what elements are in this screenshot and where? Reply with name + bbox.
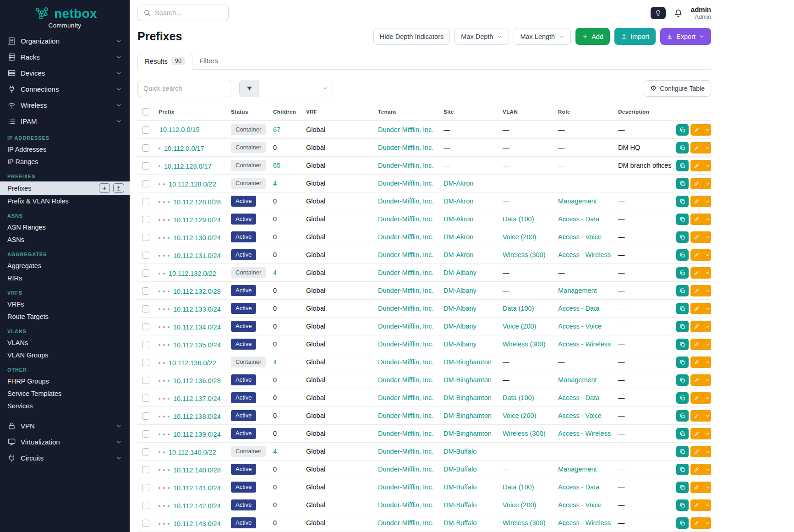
copy-button[interactable] bbox=[676, 482, 689, 493]
prefix-link[interactable]: 10.112.132.0/22 bbox=[169, 270, 216, 277]
site-link[interactable]: DM-Albany bbox=[444, 287, 476, 294]
edit-button[interactable] bbox=[690, 160, 703, 171]
edit-button[interactable] bbox=[690, 178, 703, 189]
prefix-link[interactable]: 10.112.129.0/24 bbox=[173, 216, 221, 224]
edit-button[interactable] bbox=[690, 428, 703, 439]
role-link[interactable]: Management bbox=[558, 466, 597, 473]
vlan-link[interactable]: Voice (200) bbox=[503, 233, 536, 241]
row-checkbox[interactable] bbox=[142, 305, 149, 313]
site-link[interactable]: DM-Buffalo bbox=[444, 483, 476, 491]
row-checkbox[interactable] bbox=[142, 144, 149, 152]
role-link[interactable]: Access - Voice bbox=[558, 412, 602, 419]
site-link[interactable]: DM-Binghamton bbox=[444, 376, 492, 384]
prefix-link[interactable]: 10.112.139.0/24 bbox=[173, 431, 221, 438]
sidebar-item-prefixes[interactable]: Prefixes bbox=[0, 181, 130, 195]
column-header-status[interactable]: Status bbox=[226, 104, 268, 121]
edit-dropdown-button[interactable] bbox=[703, 428, 711, 439]
row-checkbox[interactable] bbox=[142, 180, 149, 187]
sidebar-item-racks[interactable]: Racks bbox=[0, 49, 130, 65]
tenant-link[interactable]: Dunder-Mifflin, Inc. bbox=[378, 323, 433, 330]
tenant-link[interactable]: Dunder-Mifflin, Inc. bbox=[378, 233, 433, 241]
edit-button[interactable] bbox=[690, 392, 703, 404]
role-link[interactable]: Management bbox=[558, 197, 597, 205]
column-header-vlan[interactable]: VLAN bbox=[498, 104, 553, 121]
column-header-site[interactable]: Site bbox=[439, 104, 498, 121]
children-link[interactable]: 4 bbox=[273, 358, 277, 366]
edit-dropdown-button[interactable] bbox=[703, 499, 711, 511]
row-checkbox[interactable] bbox=[142, 448, 149, 455]
copy-button[interactable] bbox=[676, 142, 689, 154]
tenant-link[interactable]: Dunder-Mifflin, Inc. bbox=[378, 394, 433, 401]
tenant-link[interactable]: Dunder-Mifflin, Inc. bbox=[378, 483, 433, 491]
tenant-link[interactable]: Dunder-Mifflin, Inc. bbox=[378, 305, 433, 312]
copy-button[interactable] bbox=[676, 517, 689, 529]
prefix-link[interactable]: 10.112.0.0/17 bbox=[164, 145, 204, 152]
edit-dropdown-button[interactable] bbox=[703, 214, 711, 225]
hide-depth-indicators-button[interactable]: Hide Depth Indicators bbox=[373, 28, 450, 45]
export-dropdown-button[interactable]: Export bbox=[660, 28, 711, 45]
edit-button[interactable] bbox=[690, 464, 703, 475]
edit-button[interactable] bbox=[690, 356, 703, 368]
row-checkbox[interactable] bbox=[142, 359, 149, 366]
copy-button[interactable] bbox=[676, 464, 689, 475]
prefix-link[interactable]: 10.112.132.0/28 bbox=[173, 288, 221, 295]
edit-button[interactable] bbox=[690, 482, 703, 493]
tenant-link[interactable]: Dunder-Mifflin, Inc. bbox=[378, 126, 433, 133]
role-link[interactable]: Access - Wireless bbox=[558, 340, 611, 348]
column-header-prefix[interactable]: Prefix bbox=[154, 104, 226, 121]
copy-button[interactable] bbox=[676, 374, 689, 386]
row-checkbox[interactable] bbox=[142, 412, 149, 420]
edit-button[interactable] bbox=[690, 321, 703, 332]
prefix-link[interactable]: 10.112.135.0/24 bbox=[173, 341, 221, 349]
tenant-link[interactable]: Dunder-Mifflin, Inc. bbox=[378, 162, 433, 169]
role-link[interactable]: Access - Wireless bbox=[558, 430, 611, 437]
sidebar-item-devices[interactable]: Devices bbox=[0, 65, 130, 81]
edit-button[interactable] bbox=[690, 285, 703, 296]
edit-button[interactable] bbox=[690, 267, 703, 279]
tab-results[interactable]: Results 90 bbox=[137, 53, 192, 70]
children-link[interactable]: 67 bbox=[273, 126, 280, 133]
sidebar-item-ip-addresses[interactable]: IP Addresses bbox=[0, 143, 130, 155]
row-checkbox[interactable] bbox=[142, 341, 149, 348]
edit-dropdown-button[interactable] bbox=[703, 142, 711, 154]
tenant-link[interactable]: Dunder-Mifflin, Inc. bbox=[378, 466, 433, 473]
tenant-link[interactable]: Dunder-Mifflin, Inc. bbox=[378, 430, 433, 437]
site-link[interactable]: DM-Buffalo bbox=[444, 448, 476, 455]
row-checkbox[interactable] bbox=[142, 198, 149, 205]
quick-import-button[interactable] bbox=[113, 183, 124, 193]
row-checkbox[interactable] bbox=[142, 269, 149, 277]
edit-dropdown-button[interactable] bbox=[703, 321, 711, 332]
row-checkbox[interactable] bbox=[142, 126, 149, 134]
edit-button[interactable] bbox=[690, 214, 703, 225]
sidebar-item-fhrp-groups[interactable]: FHRP Groups bbox=[0, 375, 130, 387]
prefix-link[interactable]: 10.112.128.0/28 bbox=[173, 198, 221, 206]
filter-funnel-button[interactable] bbox=[240, 80, 259, 97]
configure-table-button[interactable]: ⚙ Configure Table bbox=[644, 80, 711, 97]
sidebar-item-vlan-groups[interactable]: VLAN Groups bbox=[0, 349, 130, 361]
role-link[interactable]: Access - Wireless bbox=[558, 251, 611, 258]
copy-button[interactable] bbox=[676, 303, 689, 314]
role-link[interactable]: Management bbox=[558, 376, 597, 384]
sidebar-item-vpn[interactable]: VPN bbox=[0, 418, 130, 434]
copy-button[interactable] bbox=[676, 249, 689, 261]
prefix-link[interactable]: 10.112.130.0/24 bbox=[173, 234, 221, 241]
edit-button[interactable] bbox=[690, 517, 703, 529]
vlan-link[interactable]: Data (100) bbox=[503, 215, 534, 223]
prefix-link[interactable]: 10.112.142.0/24 bbox=[173, 502, 221, 510]
vlan-link[interactable]: Wireless (300) bbox=[503, 430, 545, 437]
quick-add-button[interactable] bbox=[99, 183, 110, 193]
row-checkbox[interactable] bbox=[142, 216, 149, 223]
global-search[interactable] bbox=[137, 5, 229, 21]
site-link[interactable]: DM-Binghamton bbox=[444, 358, 492, 366]
sidebar-item-ip-ranges[interactable]: IP Ranges bbox=[0, 155, 130, 168]
prefix-link[interactable]: 10.112.141.0/24 bbox=[173, 484, 221, 492]
tenant-link[interactable]: Dunder-Mifflin, Inc. bbox=[378, 251, 433, 258]
column-header-children[interactable]: Children bbox=[268, 104, 301, 121]
row-checkbox[interactable] bbox=[142, 430, 149, 438]
brand[interactable]: netbox Community bbox=[0, 0, 130, 33]
sidebar-item-service-templates[interactable]: Service Templates bbox=[0, 387, 130, 400]
edit-button[interactable] bbox=[690, 303, 703, 314]
global-search-input[interactable] bbox=[155, 9, 223, 16]
row-checkbox[interactable] bbox=[142, 287, 149, 295]
prefix-link[interactable]: 10.112.136.0/22 bbox=[169, 359, 216, 367]
